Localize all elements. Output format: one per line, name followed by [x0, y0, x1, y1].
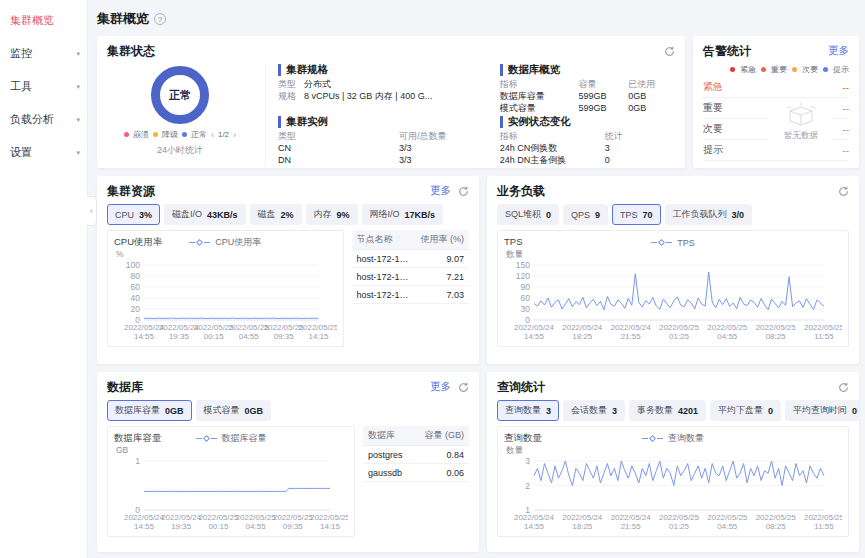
svg-text:2022/05/2514:15: 2022/05/2514:15	[310, 513, 348, 531]
more-link[interactable]: 更多	[430, 380, 451, 394]
cell: 599GB	[579, 90, 629, 102]
cell: 599GB	[579, 102, 629, 114]
chart-legend[interactable]: CPU使用率	[189, 236, 261, 249]
metric-value: 70	[643, 210, 653, 220]
sidebar-item-cluster-overview[interactable]: 集群概览	[0, 4, 87, 37]
metric-label: 磁盘	[258, 208, 276, 221]
table-row[interactable]: postgres0.84	[363, 446, 469, 464]
card-title: 集群资源	[107, 183, 155, 200]
metric-value: 2%	[281, 210, 294, 220]
chart-legend[interactable]: 数据库容量	[196, 432, 267, 445]
query-statistics-card: 查询统计 查询数量3 会话数量3 事务数量4201 平均下盘量0 平均查询时间0…	[487, 372, 859, 552]
refresh-icon[interactable]	[664, 46, 675, 57]
svg-text:150: 150	[516, 260, 530, 270]
alarm-value: --	[842, 82, 849, 93]
page-header: 集群概览 ?	[97, 10, 859, 28]
crash-dot-icon	[124, 132, 129, 137]
col-header: 数据库	[363, 426, 413, 446]
query-count-chart-box: 查询数量 查询数量 数量 1232022/05/2414:552022/05/2…	[497, 426, 849, 537]
empty-text: 暂无数据	[769, 130, 833, 142]
spec-value: 8 vCPUs | 32 GB 内存 | 400 G...	[304, 90, 432, 102]
database-metric-tabs: 数据库容量0GB 模式容量0GB	[107, 400, 469, 421]
sidebar-item-tools[interactable]: 工具 ▾	[0, 70, 87, 103]
metric-tab-sql-backlog[interactable]: SQL堆积0	[497, 204, 559, 225]
metric-tab-schema-capacity[interactable]: 模式容量0GB	[196, 400, 272, 421]
sidebar-item-settings[interactable]: 设置 ▾	[0, 136, 87, 169]
svg-text:2022/05/2418:25: 2022/05/2418:25	[562, 513, 603, 531]
legend-label: 提示	[833, 64, 849, 75]
refresh-icon[interactable]	[838, 382, 849, 393]
metric-tab-cpu[interactable]: CPU3%	[107, 204, 160, 225]
metric-label: 内存	[314, 208, 332, 221]
metric-tab-db-capacity[interactable]: 数据库容量0GB	[107, 400, 192, 421]
metric-tab-transaction-count[interactable]: 事务数量4201	[629, 400, 706, 421]
page-title: 集群概览	[97, 10, 149, 28]
section-db-overview: 数据库概览 指标 容量 已使用 数据库容量 599GB 0GB 模式容量 599…	[500, 64, 675, 114]
table-row[interactable]: host-172-16-3...9.07	[352, 250, 470, 268]
alarm-statistics-card: 告警统计 更多 紧急 重要 次要 提示 紧急 -- 重要 --	[693, 36, 859, 168]
sidebar-item-label: 监控	[10, 46, 32, 61]
db-capacity-chart-box: 数据库容量 数据库容量 GB 012022/05/2414:552022/05/…	[107, 426, 355, 537]
help-icon[interactable]: ?	[154, 13, 166, 25]
svg-text:2022/05/2511:55: 2022/05/2511:55	[804, 513, 842, 531]
spec-key: 规格	[278, 90, 304, 102]
pager-next-icon[interactable]: ›	[233, 130, 236, 140]
refresh-icon[interactable]	[838, 186, 849, 197]
metric-tab-network-io[interactable]: 网络I/O17KB/s	[362, 204, 444, 225]
sidebar-item-load-analysis[interactable]: 负载分析 ▾	[0, 103, 87, 136]
alarm-row-critical[interactable]: 紧急 --	[703, 77, 849, 98]
chart-legend[interactable]: TPS	[651, 238, 695, 248]
metric-value: 0	[852, 406, 857, 416]
cell: 7.03	[416, 286, 470, 304]
cell: CN	[278, 142, 399, 154]
more-link[interactable]: 更多	[430, 184, 451, 198]
table-row[interactable]: host-172-16-3...7.21	[352, 268, 470, 286]
legend-line-icon	[211, 438, 217, 439]
metric-tab-disk-io[interactable]: 磁盘I/O43KB/s	[164, 204, 246, 225]
chart-legend[interactable]: 查询数量	[642, 432, 704, 445]
empty-state: 暂无数据	[769, 98, 833, 148]
normal-dot-icon	[182, 132, 187, 137]
cell: 24h CN倒换数	[500, 142, 605, 154]
svg-text:2022/05/2508:25: 2022/05/2508:25	[756, 323, 797, 341]
metric-tab-avg-spill[interactable]: 平均下盘量0	[710, 400, 781, 421]
metric-tab-tps[interactable]: TPS70	[612, 204, 661, 225]
cpu-usage-line-chart: 0204060801002022/05/2414:552022/05/2419:…	[114, 260, 337, 344]
svg-text:60: 60	[521, 293, 531, 303]
legend-line-icon	[189, 242, 195, 243]
metric-tab-disk[interactable]: 磁盘2%	[250, 204, 302, 225]
col-header: 可用/总数量	[399, 130, 480, 142]
metric-tab-query-count[interactable]: 查询数量3	[497, 400, 559, 421]
section-title: 实例状态变化	[500, 116, 675, 128]
metric-tab-workload-queue[interactable]: 工作负载队列3/0	[665, 204, 753, 225]
card-title: 查询统计	[497, 379, 545, 396]
alarm-legend: 紧急 重要 次要 提示	[703, 64, 849, 75]
metric-tab-session-count[interactable]: 会话数量3	[563, 400, 625, 421]
more-link[interactable]: 更多	[828, 44, 849, 58]
svg-text:2022/05/2504:55: 2022/05/2504:55	[707, 513, 748, 531]
tps-line-chart: 03060901201502022/05/2414:552022/05/2418…	[504, 260, 842, 344]
metric-label: CPU	[115, 210, 134, 220]
refresh-icon[interactable]	[458, 382, 469, 393]
pager-prev-icon[interactable]: ‹	[211, 130, 214, 140]
chevron-down-icon: ▾	[76, 149, 80, 157]
svg-text:100: 100	[126, 260, 140, 270]
sidebar-collapse-handle[interactable]: ‹	[87, 196, 97, 226]
spec-value: 分布式	[304, 78, 331, 90]
col-header: 容量	[579, 78, 629, 90]
card-title: 数据库	[107, 379, 143, 396]
metric-tab-qps[interactable]: QPS9	[563, 204, 608, 225]
table-row[interactable]: host-172-16-3...7.03	[352, 286, 470, 304]
table-row[interactable]: gaussdb0.06	[363, 464, 469, 482]
card-title: 集群状态	[107, 43, 155, 60]
metric-label: 会话数量	[571, 404, 607, 417]
refresh-icon[interactable]	[458, 186, 469, 197]
metric-tab-avg-query-time[interactable]: 平均查询时间0	[785, 400, 859, 421]
alarm-label: 重要	[703, 101, 723, 115]
metric-tab-memory[interactable]: 内存9%	[306, 204, 358, 225]
metric-value: 0GB	[245, 406, 264, 416]
alarm-rows: 紧急 -- 重要 -- 次要 -- 提示 --	[703, 77, 849, 161]
pager-indicator: 1/2	[218, 130, 229, 139]
sidebar-item-monitor[interactable]: 监控 ▾	[0, 37, 87, 70]
col-header: 使用率 (%)	[416, 230, 470, 250]
